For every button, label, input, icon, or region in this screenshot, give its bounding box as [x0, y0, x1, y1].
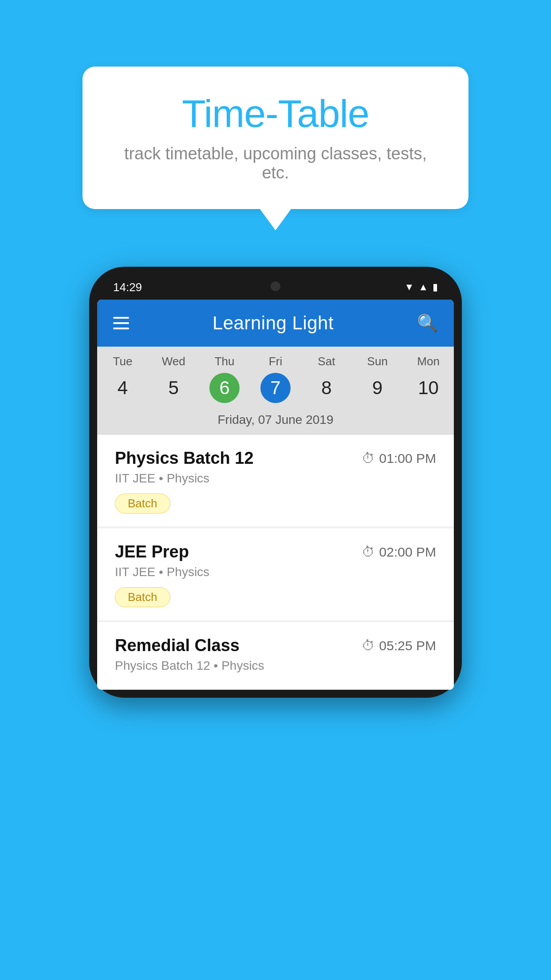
event-2-badge: Batch [115, 587, 170, 607]
day-col-sat[interactable]: Sat 8 [301, 355, 352, 403]
event-1-time: ⏱ 01:00 PM [362, 451, 436, 466]
day-name-sun: Sun [352, 355, 403, 368]
day-num-8: 8 [311, 373, 342, 403]
event-2-meta: IIT JEE • Physics [115, 565, 436, 579]
calendar-header: Tue 4 Wed 5 Thu 6 Fri 7 Sat 8 [97, 347, 454, 407]
event-1-badge: Batch [115, 494, 170, 514]
day-col-sun[interactable]: Sun 9 [352, 355, 403, 403]
event-3-meta: Physics Batch 12 • Physics [115, 659, 436, 673]
menu-icon[interactable] [113, 317, 129, 329]
day-num-5: 5 [158, 373, 189, 403]
phone-frame: 14:29 ▼ ▲ ▮ Learning Light 🔍 [89, 267, 462, 698]
event-3-header: Remedial Class ⏱ 05:25 PM [115, 636, 436, 655]
top-section: Time-Table track timetable, upcoming cla… [0, 0, 551, 209]
clock-icon-3: ⏱ [362, 638, 375, 653]
clock-icon-1: ⏱ [362, 451, 375, 466]
search-icon[interactable]: 🔍 [417, 313, 438, 333]
status-bar: 14:29 ▼ ▲ ▮ [97, 275, 454, 300]
day-name-tue: Tue [97, 355, 148, 368]
clock-icon-2: ⏱ [362, 545, 375, 560]
notch [236, 275, 315, 298]
status-time: 14:29 [113, 281, 142, 294]
day-name-thu: Thu [199, 355, 250, 368]
day-num-4: 4 [107, 373, 138, 403]
event-card-3[interactable]: Remedial Class ⏱ 05:25 PM Physics Batch … [97, 622, 454, 690]
event-2-title: JEE Prep [115, 542, 189, 561]
event-3-time-text: 05:25 PM [379, 638, 436, 653]
speech-bubble: Time-Table track timetable, upcoming cla… [83, 67, 468, 209]
day-name-mon: Mon [403, 355, 454, 368]
day-col-mon[interactable]: Mon 10 [403, 355, 454, 403]
signal-icon: ▲ [418, 281, 428, 293]
day-col-wed[interactable]: Wed 5 [148, 355, 199, 403]
event-1-time-text: 01:00 PM [379, 451, 436, 466]
menu-line-3 [113, 328, 129, 329]
bubble-title: Time-Table [118, 91, 433, 136]
event-2-header: JEE Prep ⏱ 02:00 PM [115, 542, 436, 561]
menu-line-1 [113, 317, 129, 319]
day-name-fri: Fri [250, 355, 301, 368]
menu-line-2 [113, 322, 129, 324]
day-col-thu[interactable]: Thu 6 [199, 355, 250, 403]
event-3-time: ⏱ 05:25 PM [362, 638, 436, 653]
day-num-9: 9 [362, 373, 393, 403]
event-card-2[interactable]: JEE Prep ⏱ 02:00 PM IIT JEE • Physics Ba… [97, 528, 454, 620]
event-1-header: Physics Batch 12 ⏱ 01:00 PM [115, 449, 436, 468]
day-num-6: 6 [209, 373, 240, 403]
day-num-7: 7 [260, 373, 291, 403]
event-2-time-text: 02:00 PM [379, 545, 436, 560]
phone-wrapper: 14:29 ▼ ▲ ▮ Learning Light 🔍 [89, 267, 462, 698]
event-3-title: Remedial Class [115, 636, 240, 655]
bubble-subtitle: track timetable, upcoming classes, tests… [118, 144, 433, 182]
day-name-wed: Wed [148, 355, 199, 368]
battery-icon: ▮ [433, 281, 438, 293]
day-col-tue[interactable]: Tue 4 [97, 355, 148, 403]
phone-screen: Learning Light 🔍 Tue 4 Wed 5 Thu 6 F [97, 300, 454, 690]
selected-date-label: Friday, 07 June 2019 [97, 407, 454, 435]
event-card-1[interactable]: Physics Batch 12 ⏱ 01:00 PM IIT JEE • Ph… [97, 435, 454, 526]
day-col-fri[interactable]: Fri 7 [250, 355, 301, 403]
event-1-title: Physics Batch 12 [115, 449, 254, 468]
app-toolbar: Learning Light 🔍 [97, 300, 454, 347]
day-name-sat: Sat [301, 355, 352, 368]
toolbar-title: Learning Light [213, 312, 334, 334]
wifi-icon: ▼ [404, 281, 414, 293]
events-list: Physics Batch 12 ⏱ 01:00 PM IIT JEE • Ph… [97, 435, 454, 690]
event-1-meta: IIT JEE • Physics [115, 471, 436, 486]
day-num-10: 10 [413, 373, 444, 403]
status-icons: ▼ ▲ ▮ [404, 281, 438, 293]
camera-dot [271, 281, 280, 291]
event-2-time: ⏱ 02:00 PM [362, 545, 436, 560]
